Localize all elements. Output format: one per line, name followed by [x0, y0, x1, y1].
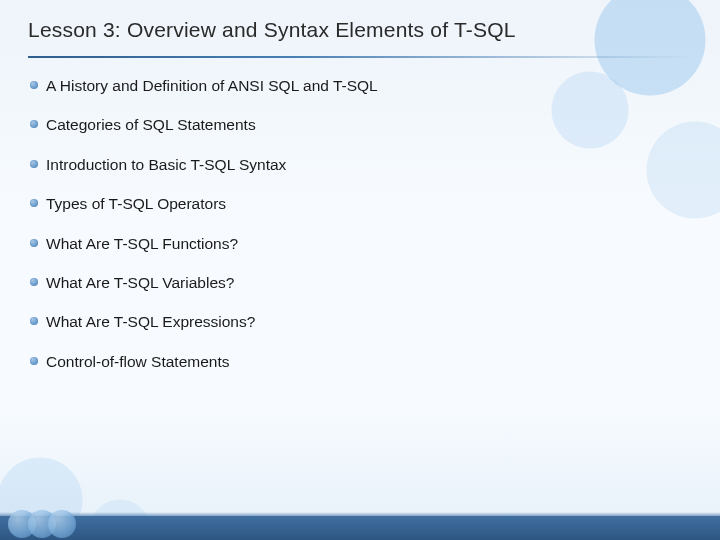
list-item-text: A History and Definition of ANSI SQL and… [46, 76, 378, 95]
title-region: Lesson 3: Overview and Syntax Elements o… [0, 0, 720, 50]
list-item-text: What Are T-SQL Variables? [46, 273, 234, 292]
list-item-text: Types of T-SQL Operators [46, 194, 226, 213]
list-item: Introduction to Basic T-SQL Syntax [30, 155, 690, 174]
slide-title: Lesson 3: Overview and Syntax Elements o… [28, 18, 692, 42]
list-item: What Are T-SQL Variables? [30, 273, 690, 292]
orb-icon [48, 510, 76, 538]
bullet-list: A History and Definition of ANSI SQL and… [0, 58, 720, 371]
bullet-icon [30, 199, 38, 207]
list-item: Categories of SQL Statements [30, 115, 690, 134]
bullet-icon [30, 278, 38, 286]
list-item: Control-of-flow Statements [30, 352, 690, 371]
list-item-text: What Are T-SQL Functions? [46, 234, 238, 253]
list-item-text: Control-of-flow Statements [46, 352, 230, 371]
list-item: A History and Definition of ANSI SQL and… [30, 76, 690, 95]
bullet-icon [30, 357, 38, 365]
bullet-icon [30, 317, 38, 325]
list-item-text: What Are T-SQL Expressions? [46, 312, 255, 331]
list-item-text: Introduction to Basic T-SQL Syntax [46, 155, 286, 174]
footer-decoration [8, 510, 76, 538]
footer-bar [0, 516, 720, 540]
list-item: Types of T-SQL Operators [30, 194, 690, 213]
bullet-icon [30, 120, 38, 128]
bullet-icon [30, 239, 38, 247]
list-item: What Are T-SQL Expressions? [30, 312, 690, 331]
list-item-text: Categories of SQL Statements [46, 115, 256, 134]
bullet-icon [30, 81, 38, 89]
bullet-icon [30, 160, 38, 168]
list-item: What Are T-SQL Functions? [30, 234, 690, 253]
